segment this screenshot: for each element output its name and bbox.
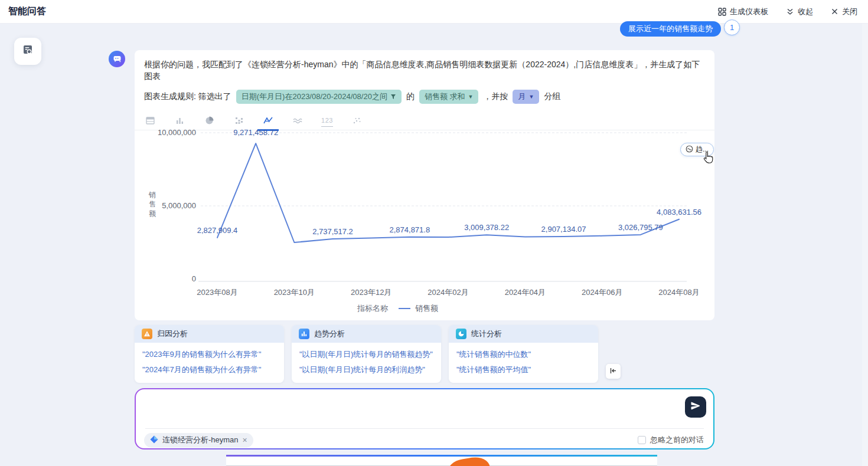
suggestion-item[interactable]: "2023年9月的销售额为什么有异常" [142, 347, 276, 362]
topbar-actions: 生成仪表板 收起 关闭 [718, 6, 857, 17]
svg-text:2,827,909.4: 2,827,909.4 [197, 226, 238, 235]
svg-text:2024年02月: 2024年02月 [428, 288, 468, 297]
assistant-avatar [109, 51, 125, 67]
svg-text:2023年08月: 2023年08月 [197, 288, 237, 297]
date-filter-label: 日期(年月日)在2023/08/20-2024/08/20之间 [242, 91, 387, 102]
svg-text:2,874,871.8: 2,874,871.8 [390, 225, 430, 234]
close-label: 关闭 [842, 6, 857, 17]
group-label: 月 [518, 91, 526, 102]
query-history-button[interactable] [14, 38, 41, 65]
chevron-down-icon: ▼ [468, 94, 474, 100]
svg-text:3,026,795.79: 3,026,795.79 [618, 223, 663, 232]
svg-text:指标名称: 指标名称 [357, 304, 389, 313]
suggestion-item[interactable]: "2024年7月的销售额为什么有异常" [142, 362, 276, 378]
svg-text:2,907,134.07: 2,907,134.07 [541, 225, 586, 234]
svg-text:2023年10月: 2023年10月 [274, 288, 315, 297]
measure-chip[interactable]: 销售额 求和 ▼ [419, 90, 479, 104]
suggestion-item[interactable]: "以日期(年月日)统计每月的销售额趋势" [299, 347, 433, 362]
input-divider [145, 428, 704, 429]
trend-chart-svg: 05,000,00010,000,0002023年08月2023年10月2023… [135, 118, 714, 319]
svg-text:4,083,631.56: 4,083,631.56 [657, 208, 701, 216]
rule-and-by: ，并按 [483, 91, 508, 102]
svg-text:销售额: 销售额 [415, 304, 438, 313]
answer-text: 根据你的问题，我匹配到了《连锁经营分析-heyman》中的「商品信息维度表,商品… [144, 58, 705, 82]
close-button[interactable]: 关闭 [831, 6, 857, 17]
answer-card: 根据你的问题，我匹配到了《连锁经营分析-heyman》中的「商品信息维度表,商品… [135, 50, 714, 320]
analysis-card-attribution: 归因分析 "2023年9月的销售额为什么有异常" "2024年7月的销售额为什么… [135, 325, 284, 383]
chevron-down-icon: ▼ [528, 94, 534, 100]
close-icon [831, 8, 838, 15]
svg-text:2023年12月: 2023年12月 [351, 288, 391, 297]
send-button[interactable] [685, 396, 706, 418]
funnel-icon [390, 93, 396, 101]
user-question-bubble[interactable]: 展示近一年的销售额走势 [620, 21, 721, 37]
svg-text:2024年06月: 2024年06月 [582, 288, 622, 297]
collapse-label: 收起 [798, 6, 813, 17]
paper-plane-icon [690, 401, 701, 414]
bottom-popup-edge [226, 455, 657, 466]
svg-text:售: 售 [149, 200, 156, 208]
analysis-card-trend: 趋势分析 "以日期(年月日)统计每月的销售额趋势" "以日期(年月日)统计每月的… [292, 325, 441, 383]
svg-text:9,271,458.72: 9,271,458.72 [233, 128, 278, 137]
dataset-chip[interactable]: 连锁经营分析-heyman × [144, 433, 253, 448]
analysis-card-title: 统计分析 [471, 329, 502, 339]
svg-text:2024年04月: 2024年04月 [505, 288, 546, 297]
suggestion-item[interactable]: "统计销售额的中位数" [456, 347, 590, 362]
chart-rule-line: 图表生成规则: 筛选出了 日期(年月日)在2023/08/20-2024/08/… [144, 90, 705, 104]
analysis-card-title: 归因分析 [157, 329, 188, 339]
svg-text:2,737,517.2: 2,737,517.2 [312, 227, 353, 236]
chat-input[interactable] [145, 395, 677, 426]
dashboard-icon [718, 8, 726, 16]
suggestion-item[interactable]: "以日期(年月日)统计每月的利润趋势" [299, 362, 433, 378]
svg-text:销: 销 [148, 191, 156, 199]
date-filter-chip[interactable]: 日期(年月日)在2023/08/20-2024/08/20之间 [236, 90, 402, 104]
ignore-previous-label: 忽略之前的对话 [650, 435, 704, 445]
svg-text:额: 额 [149, 209, 156, 218]
smart-qa-window: 智能问答 生成仪表板 收起 [0, 0, 868, 466]
arrow-to-bar-left-icon [609, 366, 617, 377]
svg-text:10,000,000: 10,000,000 [158, 128, 196, 137]
svg-text:5,000,000: 5,000,000 [162, 201, 196, 210]
checkbox-unchecked[interactable] [638, 436, 646, 444]
generate-dashboard-label: 生成仪表板 [730, 6, 768, 17]
double-chevron-down-icon [786, 8, 794, 16]
bar-chart-icon [299, 329, 309, 339]
rule-group-suffix: 分组 [544, 91, 560, 102]
remove-dataset-icon[interactable]: × [243, 435, 247, 445]
collapse-suggestions-button[interactable] [606, 364, 621, 379]
sales-trend-line-chart[interactable]: 05,000,00010,000,0002023年08月2023年10月2023… [135, 118, 714, 319]
svg-text:0: 0 [192, 274, 196, 283]
topbar: 智能问答 生成仪表板 收起 [0, 0, 868, 24]
generate-dashboard-button[interactable]: 生成仪表板 [718, 6, 768, 17]
collapse-button[interactable]: 收起 [786, 6, 813, 17]
warning-icon [142, 329, 152, 339]
dataset-chip-label: 连锁经营分析-heyman [162, 435, 239, 445]
dataset-diamond-icon [150, 435, 158, 445]
page-title: 智能问答 [8, 5, 46, 18]
group-chip[interactable]: 月 ▼ [513, 90, 539, 104]
document-search-icon [21, 44, 34, 59]
analysis-cards-row: 归因分析 "2023年9月的销售额为什么有异常" "2024年7月的销售额为什么… [135, 325, 598, 383]
analysis-card-title: 趋势分析 [314, 329, 345, 339]
pie-chart-icon [456, 329, 466, 339]
svg-text:3,009,378.22: 3,009,378.22 [464, 223, 509, 232]
trend-analysis-button[interactable]: 趋... [680, 143, 714, 156]
trend-button-label: 趋... [696, 145, 709, 155]
rule-of: 的 [406, 91, 415, 102]
chat-input-container: 连锁经营分析-heyman × 忽略之前的对话 [135, 388, 714, 449]
question-count-badge[interactable]: 1 [724, 19, 740, 35]
svg-text:2024年08月: 2024年08月 [658, 288, 699, 297]
rule-prefix: 图表生成规则: 筛选出了 [144, 91, 231, 102]
trend-magnifier-icon [686, 145, 693, 155]
measure-label: 销售额 求和 [425, 91, 465, 102]
scrollbar-track[interactable] [862, 24, 868, 466]
suggestion-item[interactable]: "统计销售额的平均值" [456, 362, 590, 378]
analysis-card-statistics: 统计分析 "统计销售额的中位数" "统计销售额的平均值" [449, 325, 598, 383]
ignore-previous-toggle[interactable]: 忽略之前的对话 [638, 435, 704, 445]
